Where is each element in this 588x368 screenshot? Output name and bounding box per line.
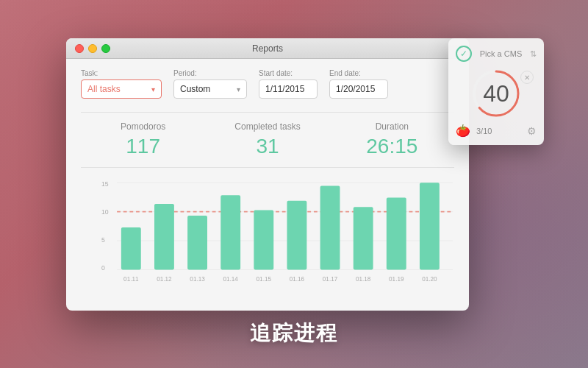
pomodoros-stat: Pomodoros 117: [81, 121, 205, 158]
timer-cms-label: Pick a CMS: [472, 49, 530, 58]
svg-text:0: 0: [101, 264, 105, 272]
timer-check-icon[interactable]: ✓: [456, 46, 472, 62]
svg-text:5: 5: [101, 236, 105, 244]
start-date-control: Start date: 1/11/2015: [259, 69, 318, 99]
controls-row: Task: All tasks ▾ Period: Custom ▾ Start…: [81, 69, 454, 99]
svg-text:01.16: 01.16: [290, 275, 305, 283]
timer-header: ✓ Pick a CMS ⇅: [456, 46, 537, 62]
timer-display: 40: [456, 68, 537, 119]
svg-text:01.17: 01.17: [323, 275, 338, 283]
svg-rect-12: [220, 195, 240, 269]
svg-text:01.13: 01.13: [190, 275, 205, 283]
svg-text:01.20: 01.20: [422, 275, 437, 283]
duration-value: 26:15: [330, 135, 454, 158]
svg-rect-18: [420, 183, 440, 269]
completed-stat: Completed tasks 31: [205, 121, 329, 158]
close-button[interactable]: [75, 44, 84, 53]
start-date-input[interactable]: 1/11/2015: [259, 79, 318, 99]
start-date-value: 1/11/2015: [265, 84, 304, 94]
svg-text:01.12: 01.12: [157, 275, 172, 283]
maximize-button[interactable]: [101, 44, 110, 53]
window-title: Reports: [252, 43, 283, 54]
svg-text:01.11: 01.11: [123, 275, 139, 283]
svg-rect-16: [354, 207, 373, 269]
end-date-value: 1/20/2015: [336, 84, 375, 94]
tomato-icon: 🍅: [456, 124, 470, 138]
task-label: Task:: [81, 69, 162, 77]
minimize-button[interactable]: [88, 44, 97, 53]
period-label: Period:: [173, 69, 247, 77]
completed-label: Completed tasks: [205, 121, 329, 132]
svg-text:01.14: 01.14: [223, 275, 238, 283]
bottom-text: 追踪进程: [250, 319, 338, 347]
task-value: All tasks: [87, 84, 121, 94]
svg-text:01.19: 01.19: [389, 275, 404, 283]
start-date-label: Start date:: [259, 69, 318, 77]
timer-footer: 🍅 3/10 ⚙: [456, 124, 537, 138]
task-control: Task: All tasks ▾: [81, 69, 162, 99]
period-dropdown-arrow: ▾: [237, 85, 240, 93]
timer-count: 3/10: [476, 127, 492, 135]
window-content: Task: All tasks ▾ Period: Custom ▾ Start…: [66, 59, 469, 308]
svg-rect-17: [387, 197, 406, 269]
timer-number: 40: [483, 80, 509, 107]
traffic-lights: [75, 44, 110, 53]
pomodoros-label: Pomodoros: [81, 121, 205, 132]
duration-label: Duration: [330, 121, 454, 132]
reports-window: Reports Task: All tasks ▾ Period: Custom…: [66, 38, 469, 311]
period-select[interactable]: Custom ▾: [173, 79, 247, 99]
timer-arrows-icon[interactable]: ⇅: [530, 49, 537, 59]
titlebar: Reports: [66, 38, 469, 59]
svg-rect-15: [320, 186, 340, 270]
svg-rect-13: [254, 210, 273, 270]
gear-icon[interactable]: ⚙: [527, 125, 537, 137]
svg-text:10: 10: [101, 208, 109, 216]
svg-text:15: 15: [101, 180, 109, 188]
end-date-control: End date: 1/20/2015: [329, 69, 388, 99]
stats-row: Pomodoros 117 Completed tasks 31 Duratio…: [81, 112, 454, 168]
svg-rect-9: [121, 227, 141, 269]
end-date-label: End date:: [329, 69, 388, 77]
bar-chart: 15 10 5 0: [101, 180, 454, 301]
pomodoros-value: 117: [81, 135, 205, 158]
end-date-input[interactable]: 1/20/2015: [329, 79, 388, 99]
svg-rect-10: [154, 204, 174, 269]
svg-text:01.15: 01.15: [257, 275, 272, 283]
svg-text:01.18: 01.18: [356, 275, 371, 283]
task-dropdown-arrow: ▾: [151, 85, 155, 93]
task-select[interactable]: All tasks ▾: [81, 79, 162, 99]
period-control: Period: Custom ▾: [173, 69, 247, 99]
period-value: Custom: [180, 84, 210, 94]
completed-value: 31: [205, 135, 329, 158]
svg-rect-11: [187, 216, 207, 269]
duration-stat: Duration 26:15: [330, 121, 454, 158]
chart-area: 15 10 5 0: [81, 180, 454, 301]
timer-widget: ✓ Pick a CMS ⇅ ✕ 40 🍅 3/10 ⚙: [448, 38, 544, 145]
svg-rect-14: [287, 201, 306, 270]
